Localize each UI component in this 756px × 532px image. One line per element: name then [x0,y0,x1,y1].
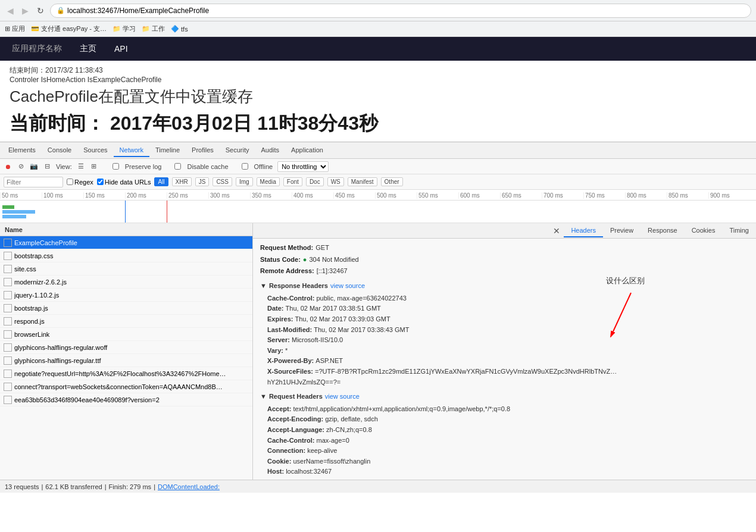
request-method-val: GET [315,242,329,254]
tab-audits[interactable]: Audits [255,144,286,157]
network-item-connect[interactable]: connect?transport=webSockets&connectionT… [0,380,252,393]
request-headers-section[interactable]: ▼ Request Headers view source [260,391,749,402]
address-bar[interactable]: 🔒 localhost:32467/Home/ExampleCacheProfi… [50,4,751,18]
tree-view-icon[interactable]: ⊞ [90,162,98,171]
detail-tab-preview[interactable]: Preview [603,224,641,237]
filter-btn-other[interactable]: Other [381,177,403,186]
detail-tab-response[interactable]: Response [641,224,685,237]
tab-timeline[interactable]: Timeline [149,144,186,157]
detail-close-button[interactable]: ✕ [553,226,560,236]
detail-tab-timing[interactable]: Timing [722,224,756,237]
bookmark-apps[interactable]: ⊞ 应用 [5,24,25,33]
item-icon-1 [4,252,12,260]
req-header-if-modified-since: If-Modified-Since: Thu, 02 Mar 2017 03:3… [260,477,749,480]
tab-sources[interactable]: Sources [77,144,113,157]
network-item-browserlink[interactable]: browserLink [0,328,252,341]
tab-network[interactable]: Network [114,144,149,157]
ruler-400ms: 400 ms [292,192,333,199]
item-icon-7 [4,330,12,339]
offline-checkbox[interactable] [242,163,248,170]
list-view-icon[interactable]: ☰ [77,162,85,171]
filter-btn-manifest[interactable]: Manifest [348,177,377,186]
camera-icon[interactable]: 📷 [30,162,38,171]
nav-api[interactable]: API [114,44,128,54]
filter-btn-img[interactable]: Img [236,177,253,186]
size-transferred: 62.1 KB transferred [45,483,102,490]
filter-btn-xhr[interactable]: XHR [172,177,192,186]
filter-input[interactable] [4,177,63,187]
record-icon[interactable]: ⏺ [4,162,12,171]
forward-button[interactable]: ▶ [20,5,31,17]
refresh-button[interactable]: ↻ [35,5,46,17]
network-item-glyphwoff[interactable]: glyphicons-halflings-regular.woff [0,341,252,354]
waterfall-bar-2 [2,210,35,214]
clear-icon[interactable]: ⊘ [17,162,25,171]
load-marker [167,201,167,223]
network-item-sitecss[interactable]: site.css [0,262,252,276]
throttle-select[interactable]: No throttling [277,161,329,172]
bookmark-study[interactable]: 📁 学习 [113,24,136,33]
item-name-11: connect?transport=webSockets&connectionT… [14,383,249,390]
detail-tab-headers[interactable]: Headers [564,224,603,237]
tab-security[interactable]: Security [220,144,255,157]
tab-elements[interactable]: Elements [2,144,42,157]
dom-content-loaded-link[interactable]: DOMContentLoaded: [158,483,220,490]
network-item-bootstrapcss[interactable]: bootstrap.css [0,249,252,262]
filter-btn-all[interactable]: All [154,177,168,186]
preserve-log-checkbox[interactable] [113,163,119,170]
filter-btn-ws[interactable]: WS [327,177,344,186]
bookmark-work[interactable]: 📁 工作 [142,24,165,33]
item-name-6: respond.js [14,318,249,325]
network-list-items: ExampleCacheProfile bootstrap.css site.c… [0,236,252,480]
nav-home[interactable]: 主页 [80,43,96,54]
devtools-tab-bar: Elements Console Sources Network Timelin… [0,142,756,159]
response-headers-section[interactable]: ▼ Response Headers view source [260,280,749,292]
filter-btn-font[interactable]: Font [283,177,302,186]
controller-info: Controler IsHomeAction IsExampleCachePro… [10,76,746,84]
item-name-8: glyphicons-halflings-regular.woff [14,344,249,351]
network-item-eea63[interactable]: eea63bb563d346f8904eae40e469089f?version… [0,393,252,406]
bookmark-easypay[interactable]: 💳 支付通 easyPay - 支… [31,24,107,33]
waterfall-bar-3 [2,215,26,218]
network-item-respondjs[interactable]: respond.js [0,315,252,328]
remote-address-row: Remote Address: [::1]:32467 [260,265,749,277]
filter-btn-doc[interactable]: Doc [306,177,324,186]
back-button[interactable]: ◀ [5,5,16,17]
filter-btn-css[interactable]: CSS [213,177,232,186]
network-item-bootstrapjs[interactable]: bootstrap.js [0,302,252,315]
filter-icon[interactable]: ⊟ [43,162,51,171]
network-item-jquery[interactable]: jquery-1.10.2.js [0,289,252,302]
item-name-3: modernizr-2.6.2.js [14,278,249,286]
preserve-log-label: Preserve log [125,163,162,170]
network-item-modernizr[interactable]: modernizr-2.6.2.js [0,276,252,289]
network-item-negotiate[interactable]: negotiate?requestUrl=http%3A%2F%2Flocalh… [0,367,252,380]
waterfall-bar-1 [2,205,14,209]
ruler-450ms: 450 ms [333,192,375,199]
ruler-650ms: 650 ms [500,192,542,199]
status-dot: ● [303,254,307,265]
tab-application[interactable]: Application [285,144,329,157]
req-header-cookie: Cookie: userName=fissoft\zhanglin [260,456,749,467]
bookmark-tfs[interactable]: 🔷 tfs [171,25,188,33]
detail-tab-cookies[interactable]: Cookies [685,224,723,237]
item-icon-8 [4,343,12,352]
tab-profiles[interactable]: Profiles [186,144,220,157]
hide-data-checkbox[interactable] [97,179,104,185]
filter-btn-js[interactable]: JS [195,177,210,186]
tab-console[interactable]: Console [42,144,77,157]
easypay-icon: 💳 [31,25,39,33]
request-view-source[interactable]: view source [325,391,360,402]
ruler-300ms: 300 ms [208,192,250,199]
ruler-50ms: 50 ms [0,192,42,199]
filter-btn-media[interactable]: Media [257,177,280,186]
name-column-header: Name [5,226,23,233]
disable-cache-checkbox[interactable] [174,163,181,170]
status-separator-2: | [105,483,107,490]
regex-checkbox[interactable] [67,179,73,185]
response-view-source[interactable]: view source [330,280,365,292]
request-method-row: Request Method: GET [260,242,749,254]
ruler-100ms: 100 ms [42,192,83,199]
remote-address-key: Remote Address: [260,265,314,277]
network-item-examplecacheprofile[interactable]: ExampleCacheProfile [0,236,252,249]
network-item-glyphttf[interactable]: glyphicons-halflings-regular.ttf [0,354,252,367]
